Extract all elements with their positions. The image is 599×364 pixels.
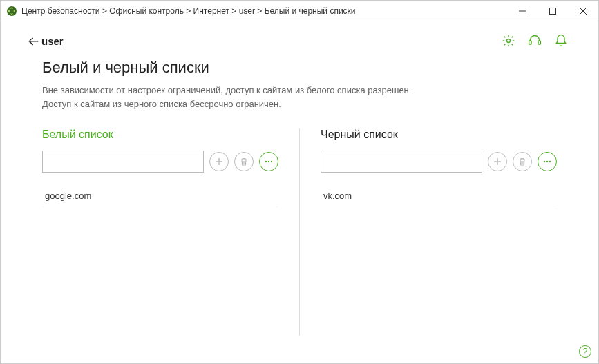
top-icons [502,34,582,48]
blacklist-input[interactable] [321,151,482,173]
breadcrumb: Центр безопасности > Офисный контроль > … [21,6,507,16]
support-icon[interactable] [528,34,542,48]
trash-icon [239,157,249,166]
svg-rect-2 [550,8,556,14]
whitelist-more-button[interactable] [259,152,278,171]
maximize-button[interactable] [538,1,568,21]
settings-icon[interactable] [502,34,515,48]
whitelist-title: Белый список [42,128,278,141]
bell-icon[interactable] [554,34,568,48]
whitelist-add-button[interactable] [209,152,229,171]
window-controls [507,1,598,21]
app-icon [6,6,17,17]
more-icon [264,157,274,166]
whitelist-column: Белый список google.com [42,128,299,336]
blacklist-title: Черный список [321,128,557,141]
svg-point-12 [271,161,272,162]
svg-point-16 [546,161,548,162]
description: Вне зависимости от настроек ограничений,… [42,84,557,111]
whitelist-input[interactable] [42,151,204,173]
description-line1: Вне зависимости от настроек ограничений,… [42,85,411,95]
svg-point-15 [544,161,545,162]
help-button[interactable]: ? [579,345,591,358]
svg-point-17 [549,161,551,162]
minimize-button[interactable] [507,1,538,21]
lists-container: Белый список google.com Черный список [42,128,557,336]
svg-point-11 [268,161,269,162]
svg-point-5 [507,39,511,43]
page-title: Белый и черный списки [42,59,557,77]
svg-point-10 [265,161,267,162]
blacklist-more-button[interactable] [538,152,557,171]
back-label: user [41,35,64,47]
plus-icon [214,157,224,166]
blacklist-input-row [321,151,557,173]
whitelist-item[interactable]: google.com [42,185,278,207]
blacklist-add-button[interactable] [488,152,507,171]
whitelist-delete-button[interactable] [234,152,254,171]
toolbar: 🡠 user [1,21,598,52]
plus-icon [493,157,502,166]
titlebar: Центр безопасности > Офисный контроль > … [1,1,598,21]
whitelist-input-row [42,151,278,173]
more-icon [542,157,552,166]
description-line2: Доступ к сайтам из черного списка бессро… [42,99,281,109]
close-button[interactable] [568,1,598,21]
back-arrow-icon: 🡠 [28,35,39,47]
blacklist-item[interactable]: vk.com [321,185,557,207]
trash-icon [517,157,527,166]
content-area: Белый и черный списки Вне зависимости от… [1,52,598,336]
back-button[interactable]: 🡠 user [28,35,64,47]
blacklist-delete-button[interactable] [513,152,532,171]
blacklist-column: Черный список vk.com [299,128,557,336]
